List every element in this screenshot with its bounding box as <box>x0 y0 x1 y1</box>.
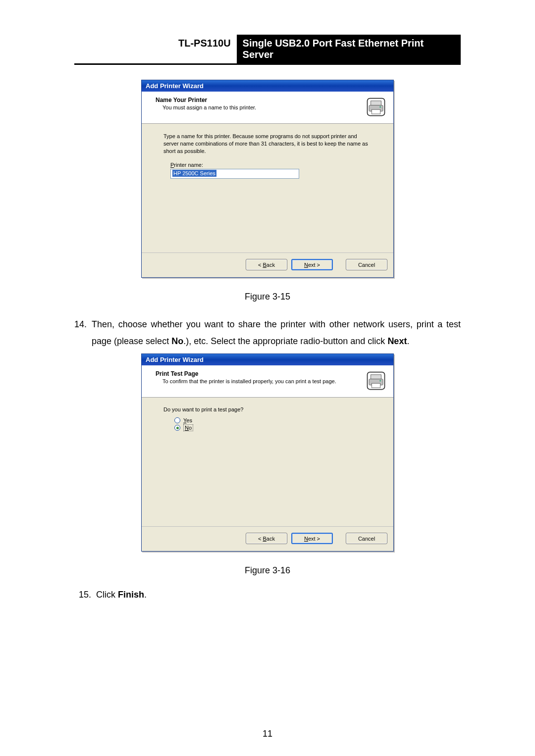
cancel-button[interactable]: Cancel <box>346 259 387 270</box>
svg-rect-1 <box>371 101 381 105</box>
wizard-body: Type a name for this printer. Because so… <box>142 124 393 252</box>
wizard-print-test-page: Add Printer Wizard Print Test Page To co… <box>141 353 394 552</box>
wizard-heading: Print Test Page <box>156 370 360 377</box>
doc-title: Single USB2.0 Port Fast Ethernet Print S… <box>237 35 461 63</box>
wizard-header: Print Test Page To confirm that the prin… <box>142 365 393 398</box>
printer-name-input[interactable]: HP 2500C Series <box>170 169 299 179</box>
wizard-footer: < Back Next > Cancel <box>142 252 393 277</box>
next-button[interactable]: Next > <box>291 533 333 544</box>
printer-icon <box>366 97 386 117</box>
wizard-name-printer: Add Printer Wizard Name Your Printer You… <box>141 80 394 278</box>
svg-point-4 <box>379 106 381 108</box>
back-button[interactable]: < Back <box>246 259 287 270</box>
wizard-body: Do you want to print a test page? Yes No <box>142 398 393 526</box>
window-titlebar: Add Printer Wizard <box>142 80 393 92</box>
figure-caption-1: Figure 3-15 <box>74 292 461 302</box>
question-text: Do you want to print a test page? <box>163 406 372 412</box>
wizard-heading: Name Your Printer <box>156 97 360 103</box>
wizard-footer: < Back Next > Cancel <box>142 526 393 551</box>
radio-no[interactable]: No <box>163 425 372 431</box>
step-15: 15. Click Finish. <box>74 590 461 600</box>
doc-header: TL-PS110U Single USB2.0 Port Fast Ethern… <box>74 35 461 65</box>
printer-name-label: Printer name: <box>163 162 372 168</box>
figure-caption-2: Figure 3-16 <box>74 565 461 576</box>
radio-icon <box>174 425 180 431</box>
svg-rect-8 <box>372 384 380 388</box>
step-14: 14. Then, choose whether you want to sha… <box>74 316 461 350</box>
next-button[interactable]: Next > <box>291 259 333 270</box>
model-label: TL-PS110U <box>178 35 237 63</box>
cancel-button[interactable]: Cancel <box>346 533 387 544</box>
wizard-subheading: You must assign a name to this printer. <box>156 104 360 110</box>
wizard-description: Type a name for this printer. Because so… <box>163 133 372 155</box>
wizard-subheading: To confirm that the printer is installed… <box>156 378 360 384</box>
svg-rect-6 <box>371 375 381 379</box>
printer-icon <box>366 370 386 391</box>
page-number: 11 <box>0 729 535 739</box>
radio-icon <box>174 417 180 423</box>
svg-point-9 <box>379 380 381 382</box>
radio-yes[interactable]: Yes <box>163 417 372 423</box>
svg-rect-3 <box>372 109 380 114</box>
window-titlebar: Add Printer Wizard <box>142 354 393 365</box>
back-button[interactable]: < Back <box>246 533 287 544</box>
wizard-header: Name Your Printer You must assign a name… <box>142 92 393 124</box>
